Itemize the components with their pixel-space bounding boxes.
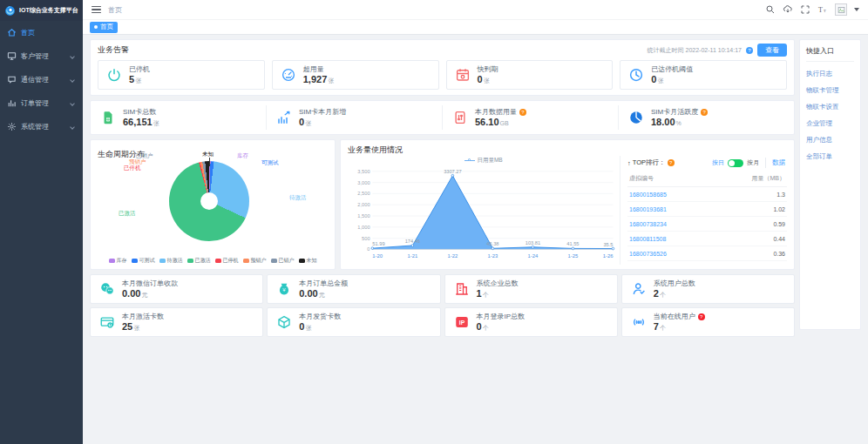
view-button[interactable]: 查看 bbox=[757, 44, 787, 57]
chevron-down-icon bbox=[70, 77, 75, 83]
ip-icon: IP bbox=[453, 313, 471, 331]
sidebar-item-1[interactable]: 客户管理 bbox=[0, 44, 83, 68]
stat-card: SIM卡月活跃度?18.00% bbox=[618, 105, 794, 130]
usage-chart-legend[interactable]: 日用量MB bbox=[348, 157, 620, 165]
user-menu-caret-icon[interactable] bbox=[854, 8, 859, 11]
hamburger-icon[interactable] bbox=[92, 6, 101, 14]
tab-home[interactable]: 首页 bbox=[90, 22, 118, 33]
svg-text:3,000: 3,000 bbox=[357, 179, 370, 185]
usage-area-chart[interactable]: 05001,0001,5002,0002,5003,0003,50051.991… bbox=[348, 165, 620, 265]
legend-item[interactable]: 已激活 bbox=[187, 257, 211, 265]
top-rank-panel: ↑TOP排行： ? 按日 按月 数据 bbox=[620, 156, 787, 265]
tag-label: 首页 bbox=[100, 23, 113, 31]
quick-link-5[interactable]: 全部订单 bbox=[806, 152, 854, 161]
svg-text:0: 0 bbox=[367, 246, 370, 252]
virtual-number-link[interactable]: 16800158685 bbox=[629, 192, 667, 198]
legend-item[interactable]: 待激活 bbox=[159, 257, 183, 265]
donut-label-1: 可测试 bbox=[261, 159, 279, 167]
stat-card: 本月发货卡数0张 bbox=[267, 307, 440, 337]
sidebar-item-0[interactable]: 首页 bbox=[0, 21, 83, 44]
stat-card: 本月激活卡数25张 bbox=[90, 307, 263, 337]
svg-text:1-26: 1-26 bbox=[603, 253, 614, 259]
svg-text:1-22: 1-22 bbox=[448, 253, 458, 259]
virtual-number-link[interactable]: 16800736526 bbox=[629, 251, 667, 257]
quick-link-1[interactable]: 物联卡管理 bbox=[806, 86, 854, 95]
quick-link-3[interactable]: 企业管理 bbox=[806, 119, 854, 128]
legend-item[interactable]: 已销户 bbox=[271, 257, 295, 265]
help-icon[interactable]: ? bbox=[698, 313, 705, 320]
lifecycle-panel: 生命周期分布 未知库存可测试待激活已激活已销户预销户已停机 库存可测试待激活已激… bbox=[90, 139, 336, 270]
toggle-label-monthly[interactable]: 按月 bbox=[747, 158, 759, 167]
donut-label-4: 已停机 bbox=[124, 165, 141, 172]
sidebar-item-3[interactable]: 订单管理 bbox=[0, 91, 83, 115]
stat-time: 统计截止时间 2022-02-11 10:14:17 bbox=[648, 46, 742, 55]
col-virtual-number: 虚拟编号 bbox=[629, 174, 654, 183]
topbar: 首页 TT bbox=[83, 0, 868, 19]
help-icon[interactable]: ? bbox=[519, 109, 526, 116]
usage-panel: 业务量使用情况 日用量MB 05001,0001,5002,0002,5003,… bbox=[340, 139, 795, 270]
legend-item[interactable]: 已停机 bbox=[215, 257, 239, 265]
svg-text:1-25: 1-25 bbox=[568, 253, 579, 259]
svg-text:T: T bbox=[818, 6, 823, 14]
chart-up-icon bbox=[275, 109, 293, 126]
svg-text:51.99: 51.99 bbox=[372, 241, 384, 246]
usage-title: 业务量使用情况 bbox=[348, 145, 787, 156]
font-size-icon[interactable]: TT bbox=[817, 4, 828, 15]
quick-link-2[interactable]: 物联卡设置 bbox=[806, 103, 854, 111]
top-rank-row: 168001936811.02 bbox=[627, 202, 787, 217]
legend-item[interactable]: 库存 bbox=[109, 257, 127, 265]
sim-stats-strip: SIM卡总数66,151张SIM卡本月新增0张本月数据用量?56.10GBSIM… bbox=[90, 100, 795, 135]
power-icon bbox=[105, 66, 123, 84]
fullscreen-icon[interactable] bbox=[800, 4, 810, 15]
quick-entry-panel: 快捷入口 执行日志物联卡管理物联卡设置企业管理用户信息全部订单 bbox=[799, 39, 861, 440]
donut-label-2: 待激活 bbox=[289, 194, 307, 202]
quick-link-0[interactable]: 执行日志 bbox=[806, 70, 854, 78]
top-rank-row: 168007382340.59 bbox=[627, 217, 787, 232]
system-icon bbox=[7, 122, 17, 131]
legend-item[interactable]: 可测试 bbox=[132, 257, 155, 265]
sidebar-item-4[interactable]: 系统管理 bbox=[0, 115, 83, 138]
help-icon[interactable]: ? bbox=[746, 47, 753, 54]
svg-text:1,000: 1,000 bbox=[357, 225, 370, 230]
user-check-icon bbox=[630, 280, 648, 298]
gauge-icon bbox=[280, 66, 297, 84]
toggle-label-daily[interactable]: 按日 bbox=[712, 158, 724, 167]
svg-text:1-20: 1-20 bbox=[372, 253, 383, 259]
stat-card: 系统企业总数1个 bbox=[444, 274, 618, 304]
svg-text:35.5: 35.5 bbox=[603, 242, 613, 247]
money-bag-icon: ¥ bbox=[275, 280, 293, 298]
search-icon[interactable] bbox=[765, 4, 776, 15]
lifecycle-donut-chart[interactable] bbox=[169, 161, 249, 241]
stat-card: 已达停机阈值0张 bbox=[620, 60, 787, 90]
quick-link-4[interactable]: 用户信息 bbox=[806, 136, 854, 145]
stat-card: IP本月登录IP总数0个 bbox=[444, 307, 618, 337]
sidebar-item-2[interactable]: 通信管理 bbox=[0, 68, 83, 91]
svg-text:T: T bbox=[824, 9, 826, 13]
building-icon bbox=[453, 280, 471, 298]
wechat-icon bbox=[98, 280, 116, 298]
day-month-toggle[interactable] bbox=[728, 159, 743, 167]
help-icon[interactable]: ? bbox=[668, 159, 675, 166]
legend-item[interactable]: 预销户 bbox=[243, 257, 267, 265]
donut-label-3: 已激活 bbox=[119, 210, 136, 218]
lifecycle-legend: 库存可测试待激活已激活已停机预销户已销户未知 bbox=[91, 257, 335, 265]
svg-text:3,500: 3,500 bbox=[357, 169, 370, 174]
help-icon[interactable]: ? bbox=[701, 109, 708, 116]
svg-text:174.46: 174.46 bbox=[405, 239, 420, 244]
col-usage-mb: 用量（MB） bbox=[752, 174, 786, 183]
tag-active-dot bbox=[94, 25, 98, 29]
legend-item[interactable]: 未知 bbox=[299, 257, 317, 265]
virtual-number-link[interactable]: 16800193681 bbox=[629, 206, 667, 212]
quick-entry-title: 快捷入口 bbox=[806, 46, 854, 62]
alerts-panel: 业务告警 统计截止时间 2022-02-11 10:14:17 ? 查看 已停机… bbox=[90, 39, 795, 96]
cloud-download-icon[interactable] bbox=[783, 4, 793, 15]
chevron-down-icon bbox=[70, 124, 75, 130]
stat-card: SIM卡总数66,151张 bbox=[91, 105, 266, 130]
data-button[interactable]: 数据 bbox=[765, 158, 787, 168]
virtual-number-link[interactable]: 16800811508 bbox=[629, 236, 666, 242]
virtual-number-link[interactable]: 16800738234 bbox=[629, 221, 667, 227]
sidebar: IOT综合业务支撑平台 首页客户管理通信管理订单管理系统管理 bbox=[0, 0, 83, 444]
avatar[interactable] bbox=[835, 3, 847, 16]
sidebar-menu: 首页客户管理通信管理订单管理系统管理 bbox=[0, 21, 83, 138]
donut-label-0: 库存 bbox=[237, 152, 248, 160]
